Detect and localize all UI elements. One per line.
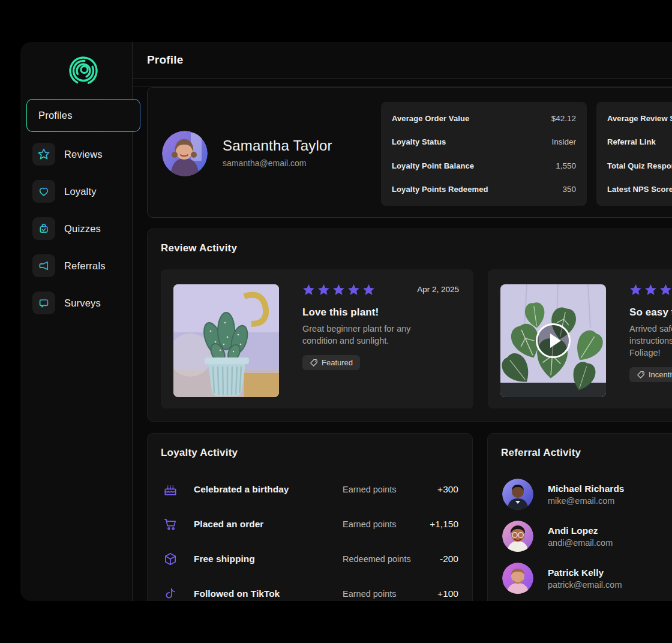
sidebar-item-profiles[interactable]: Profiles — [26, 99, 140, 132]
stat-row: Average Order Value $42.12 — [392, 114, 576, 123]
avatar — [502, 563, 533, 594]
loyalty-row: Celebrated a birthday Earned points +300 — [148, 472, 472, 507]
review-card-list: Apr 2, 2025 Love this plant! Great begin… — [161, 269, 672, 408]
avatar — [502, 521, 533, 552]
package-icon — [163, 551, 178, 567]
tag-icon — [310, 359, 317, 366]
review-body: Arrived safely with instructions from Fo… — [629, 323, 672, 359]
sidebar-item-referrals[interactable]: Referrals — [32, 254, 106, 277]
review-card[interactable]: Apr 2, 2025 Love this plant! Great begin… — [161, 269, 473, 408]
stat-row: Latest NPS Score — [607, 185, 672, 194]
sidebar-item-quizzes[interactable]: Quizzes — [32, 217, 101, 240]
sidebar: Profiles Reviews Loyalty — [20, 42, 133, 601]
referral-email: andi@email.com — [548, 538, 613, 548]
referral-name: Andi Lopez — [548, 525, 613, 536]
loyalty-row: Followed on TikTok Earned points +100 — [148, 576, 472, 601]
main-content: Samantha Taylor samantha@email.com Avera… — [133, 79, 672, 601]
loyalty-activity-section: Loyalty Activity Celebrated a birthday E… — [147, 433, 473, 601]
sidebar-item-label: Quizzes — [64, 223, 101, 235]
profile-email: samantha@email.com — [223, 158, 307, 168]
profile-stats-primary: Average Order Value $42.12 Loyalty Statu… — [381, 102, 587, 206]
loyalty-type: Redeemed points — [343, 554, 411, 564]
tag-icon — [637, 371, 644, 378]
play-button[interactable] — [536, 323, 571, 358]
section-title: Loyalty Activity — [161, 447, 238, 459]
section-title: Referral Activity — [501, 447, 581, 459]
referral-email: mike@email.com — [548, 496, 625, 506]
review-video-plant — [500, 284, 606, 397]
review-title: So easy to care for — [629, 307, 672, 319]
review-card[interactable]: So easy to care for Arrived safely with … — [488, 269, 672, 408]
birthday-cake-icon — [163, 482, 178, 497]
loyalty-type: Earned points — [343, 589, 396, 599]
sidebar-item-label: Reviews — [64, 149, 103, 160]
stat-row: Referral Link — [607, 137, 672, 146]
app-window: Profiles Reviews Loyalty — [20, 42, 672, 601]
profile-summary-card: Samantha Taylor samantha@email.com Avera… — [147, 87, 672, 218]
loyalty-row: Placed an order Earned points +1,150 — [148, 507, 472, 542]
sidebar-item-loyalty[interactable]: Loyalty — [32, 180, 97, 203]
tiktok-icon — [163, 586, 178, 601]
stat-row: Total Quiz Responses — [607, 161, 672, 170]
sidebar-item-label: Profiles — [38, 110, 73, 121]
stat-row: Loyalty Status Insider — [392, 137, 576, 146]
avatar — [502, 479, 533, 510]
stat-row: Loyalty Points Redeemed 350 — [392, 185, 576, 194]
section-title: Review Activity — [161, 242, 237, 254]
loyalty-row: Free shipping Redeemed points -200 — [148, 542, 472, 576]
sidebar-item-surveys[interactable]: Surveys — [32, 292, 101, 314]
loyalty-points: -200 — [440, 554, 458, 564]
loyalty-label: Free shipping — [194, 554, 255, 564]
review-title: Love this plant! — [302, 307, 459, 319]
referral-activity-section: Referral Activity Micha — [487, 433, 672, 601]
heart-icon — [32, 180, 55, 203]
sidebar-item-label: Loyalty — [64, 186, 97, 197]
review-tag-badge: Featured — [302, 355, 360, 370]
review-date: Apr 2, 2025 — [417, 285, 459, 294]
star-icon — [32, 143, 55, 166]
app-logo-spiral-icon — [68, 55, 99, 86]
sidebar-item-reviews[interactable]: Reviews — [32, 143, 103, 166]
loyalty-label: Placed an order — [194, 519, 263, 530]
loyalty-points: +1,150 — [430, 519, 458, 530]
star-rating — [629, 283, 672, 296]
referral-email: patrick@email.com — [548, 580, 622, 590]
review-body: Great beginner plant for any condition a… — [302, 323, 459, 347]
loyalty-type: Earned points — [343, 485, 396, 494]
avatar — [162, 131, 208, 176]
loyalty-label: Celebrated a birthday — [194, 484, 289, 495]
megaphone-icon — [32, 254, 55, 277]
referral-name: Patrick Kelly — [548, 567, 622, 578]
page-header: Profile — [133, 42, 672, 79]
loyalty-label: Followed on TikTok — [194, 588, 280, 599]
referral-row[interactable]: Andi Lopez andi@email.com — [488, 515, 672, 557]
profile-stats-secondary: Average Review Sentiment Referral Link T… — [596, 102, 672, 206]
shopping-cart-icon — [163, 516, 178, 532]
stat-row: Average Review Sentiment — [607, 114, 672, 123]
review-activity-section: Review Activity — [147, 229, 672, 422]
referral-row[interactable]: Patrick Kelly patrick@email.com — [488, 557, 672, 599]
referral-row[interactable]: Michael Richards mike@email.com — [488, 473, 672, 515]
bag-check-icon — [32, 217, 55, 240]
sidebar-item-label: Referrals — [64, 260, 106, 272]
sidebar-item-label: Surveys — [64, 298, 101, 309]
review-tag-badge: Incentivized — [629, 367, 672, 382]
referral-name: Michael Richards — [548, 483, 625, 494]
stat-row: Loyalty Point Balance 1,550 — [392, 161, 576, 170]
page-title: Profile — [147, 53, 184, 67]
chat-bubble-icon — [32, 292, 55, 314]
loyalty-type: Earned points — [343, 519, 396, 529]
review-photo-cactus — [173, 284, 279, 397]
loyalty-points: +100 — [437, 588, 458, 599]
loyalty-points: +300 — [437, 484, 458, 495]
profile-name: Samantha Taylor — [223, 137, 332, 154]
